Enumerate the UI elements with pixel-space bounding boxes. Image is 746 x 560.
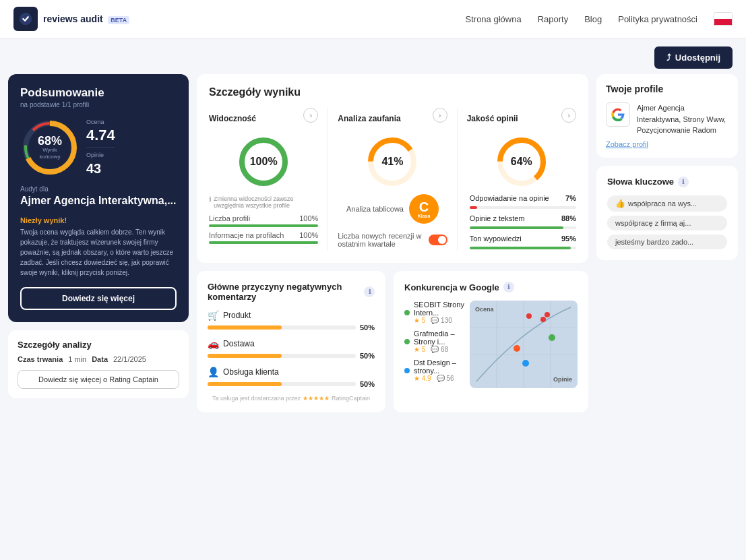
analiza-title: Analiza zaufania <box>338 114 400 123</box>
analiza-tablicowa-label: Analiza tablicowa <box>346 205 404 213</box>
svg-point-19 <box>549 334 555 341</box>
wynik-cols: Widoczność › 100% ℹ Zmie <box>209 108 576 251</box>
comp-dot-1 <box>404 310 410 315</box>
neg-item-delivery: 🚗 Dostawa 50% <box>208 338 375 360</box>
nav-blog[interactable]: Blog <box>584 14 602 24</box>
competitor-2: Grafmedia – Strony i... ★ 5 💬 68 <box>404 330 464 353</box>
left-column: Podsumowanie na podstawie 1/1 profili 68… <box>8 74 189 412</box>
widocznosc-pct: 100% <box>250 156 278 167</box>
comp-dot-2 <box>404 339 410 344</box>
summary-title: Podsumowanie <box>20 86 177 100</box>
svg-point-16 <box>526 313 532 319</box>
widocznosc-col: Widoczność › 100% ℹ Zmie <box>209 108 318 251</box>
negative-title: Główne przyczyny negatywnych komentarzy … <box>208 282 375 302</box>
center-column: Szczegóły wyniku Widoczność › 100% <box>197 74 588 412</box>
analiza-pct: 41% <box>381 156 403 167</box>
competitor-1: SEOBIT Strony Intern... ★ 5 💬 130 <box>404 301 464 324</box>
widocznosc-circle: 100% <box>237 135 290 189</box>
map-label-ocena: Ocena <box>475 306 494 313</box>
profile-info: Ajmer Agencja Interaktywna, Strony Www, … <box>637 102 728 136</box>
keyword-tags: 👍 współpraca na wys... współpracę z firm… <box>607 195 727 249</box>
widocznosc-chevron[interactable]: › <box>303 108 318 123</box>
jakosc-title: Jakość opinii <box>467 114 518 123</box>
jakosc-col: Jakość opinii › 64% Odpowiadanie na <box>467 108 576 251</box>
summary-card: Podsumowanie na podstawie 1/1 profili 68… <box>8 74 189 322</box>
widocznosc-stats: Liczba profili100% Informacje na profila… <box>209 214 318 248</box>
keywords-card: Słowa kluczowe ℹ 👍 współpraca na wys... … <box>596 166 738 260</box>
share-icon: ⤴ <box>666 53 671 63</box>
summary-company: Ajmer Agencja Interaktywna,... <box>20 194 177 208</box>
negative-info-icon[interactable]: ℹ <box>364 286 375 297</box>
neg-item-product: 🛒 Produkt 50% <box>208 310 375 332</box>
summary-score-row: 68% Wynik końcowy Ocena 4.74 Opinie 43 <box>20 118 177 177</box>
analiza-circle: 41% <box>365 135 419 189</box>
analiza-row: Analiza tablicowa C Klasa <box>346 194 439 224</box>
header: reviews audit BETA Strona główna Raporty… <box>0 0 746 38</box>
google-info-icon[interactable]: ℹ <box>503 282 514 292</box>
google-title: Konkurencja w Google ℹ <box>404 282 578 292</box>
jakosc-chevron[interactable]: › <box>561 108 576 123</box>
info-icon-small: ℹ <box>209 195 212 203</box>
date-label: Data <box>92 355 108 363</box>
map-label-opinie: Opinie <box>553 376 572 383</box>
competitor-map: Ocena Opinie <box>470 301 578 388</box>
analiza-col: Analiza zaufania › 41% Analiza tabli <box>338 108 447 251</box>
google-bottom: SEOBIT Strony Intern... ★ 5 💬 130 Grafme… <box>404 301 578 388</box>
profile-card: Twoje profile Ajmer Agencja Interaktywna… <box>596 74 738 158</box>
details-title: Szczegóły analizy <box>18 340 179 350</box>
details-card: Szczegóły analizy Czas trwania 1 min Dat… <box>8 330 189 398</box>
keywords-title: Słowa kluczowe ℹ <box>607 177 727 187</box>
date-value: 22/1/2025 <box>113 355 146 363</box>
keywords-info-icon[interactable]: ℹ <box>678 177 689 187</box>
nav-privacy[interactable]: Polityka prywatności <box>618 14 697 24</box>
details-row: Czas trwania 1 min Data 22/1/2025 <box>18 355 179 363</box>
keyword-tag-1[interactable]: 👍 współpraca na wys... <box>607 195 727 212</box>
delivery-label: Dostawa <box>223 339 255 348</box>
score-right: Ocena 4.74 Opinie 43 <box>86 119 115 177</box>
keyword-tag-2[interactable]: współpracę z firmą aj... <box>607 216 727 230</box>
new-reviews-label: Liczba nowych recenzji w ostatnim kwarta… <box>338 232 424 248</box>
google-icon <box>606 102 630 127</box>
widocznosc-note: ℹ Zmienna widoczności zawsze uwzględnia … <box>209 195 318 209</box>
summary-good: Niezły wynik! <box>20 216 177 224</box>
thumb-icon: 👍 <box>615 199 625 208</box>
wynik-title: Szczegóły wyniku <box>209 86 576 98</box>
time-label: Czas trwania <box>18 355 63 363</box>
jakosc-circle: 64% <box>495 135 549 189</box>
nav-reports[interactable]: Raporty <box>538 14 569 24</box>
share-button[interactable]: ⤴ Udostępnij <box>654 46 733 69</box>
svg-point-20 <box>514 345 520 352</box>
score-opinie-value: 43 <box>86 161 115 177</box>
jakosc-pct: 64% <box>511 156 532 167</box>
negative-card: Główne przyczyny negatywnych komentarzy … <box>197 271 385 412</box>
profile-item: Ajmer Agencja Interaktywna, Strony Www, … <box>606 102 728 136</box>
service-icon: 👤 <box>208 367 219 377</box>
new-reviews-row: Liczba nowych recenzji w ostatnim kwarta… <box>338 232 447 248</box>
analiza-chevron[interactable]: › <box>433 108 447 123</box>
summary-subtitle: na podstawie 1/1 profili <box>20 101 177 108</box>
logo-beta: BETA <box>108 16 129 24</box>
language-flag[interactable] <box>714 12 733 26</box>
summary-cta-button[interactable]: Dowiedz się więcej <box>20 287 177 310</box>
delivery-icon: 🚗 <box>208 338 219 349</box>
negative-footer: Ta usługa jest dostarczana przez ★★★★★ R… <box>208 395 375 402</box>
score-opinie-label: Opinie <box>86 152 115 158</box>
time-value: 1 min <box>68 355 86 363</box>
toggle-new-reviews[interactable] <box>429 235 447 245</box>
logo-text: reviews audit BETA <box>43 13 129 25</box>
nav-home[interactable]: Strona główna <box>466 14 522 24</box>
summary-desc: Twoja ocena wygląda całkiem dobrze. Ten … <box>20 227 177 278</box>
svg-point-18 <box>545 312 550 317</box>
bottom-row: Główne przyczyny negatywnych komentarzy … <box>197 271 588 412</box>
svg-point-17 <box>540 317 546 322</box>
score-ocena-value: 4.74 <box>86 128 115 143</box>
product-icon: 🛒 <box>208 310 219 321</box>
score-percentage: 68% <box>35 135 65 147</box>
rc-button[interactable]: Dowiedz się więcej o Rating Captain <box>18 370 179 389</box>
profile-link[interactable]: Zobacz profil <box>606 140 728 148</box>
logo-reviews: reviews audit <box>43 13 103 24</box>
score-donut: 68% Wynik końcowy <box>20 118 80 177</box>
keyword-tag-3[interactable]: jesteśmy bardzo zado... <box>607 235 727 249</box>
service-label: Obsługa klienta <box>223 367 279 377</box>
trust-badge: C Klasa <box>409 194 439 224</box>
